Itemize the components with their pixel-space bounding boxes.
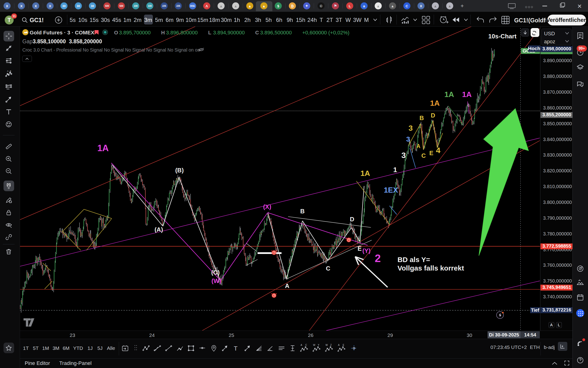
svg-text:3: 3 [406, 135, 410, 143]
svg-text:L: L [208, 30, 211, 36]
svg-text:E: E [358, 245, 361, 252]
svg-text:+0,600000 (+0,02%): +0,600000 (+0,02%) [302, 30, 350, 36]
svg-text:(B): (B) [175, 167, 184, 174]
svg-text:3.855,200000: 3.855,200000 [542, 112, 571, 117]
svg-text:3.896,500000: 3.896,500000 [260, 30, 292, 36]
svg-text:3.731,872216: 3.731,872216 [542, 307, 571, 313]
svg-text:3.820,000000: 3.820,000000 [543, 168, 572, 173]
svg-text:10s-Chart: 10s-Chart [488, 33, 517, 40]
svg-text:3.760,000000: 3.760,000000 [543, 263, 572, 268]
svg-text:E: E [429, 149, 433, 156]
svg-text:3.740,000000: 3.740,000000 [543, 294, 572, 299]
svg-text:3.890,000000: 3.890,000000 [543, 58, 572, 63]
svg-text:1A: 1A [430, 99, 440, 107]
svg-text:C: C [305, 344, 307, 346]
svg-text:(Y): (Y) [362, 247, 371, 254]
svg-text:B: B [300, 208, 305, 215]
svg-text:3.745,949651: 3.745,949651 [542, 285, 571, 290]
svg-text:2: 2 [375, 252, 381, 264]
svg-text:(W): (W) [211, 277, 221, 285]
svg-text:3.860,000000: 3.860,000000 [543, 105, 572, 110]
svg-text:L: L [558, 323, 560, 327]
svg-text:3.750,000000: 3.750,000000 [543, 278, 572, 284]
svg-text:1EX: 1EX [384, 186, 398, 194]
svg-text:E: E [10, 70, 11, 72]
svg-text:D: D [431, 112, 435, 119]
svg-text:1A: 1A [462, 90, 472, 99]
svg-text:Gap: Gap [22, 38, 33, 45]
svg-text:(A): (A) [155, 226, 163, 233]
svg-text:3.780,000000: 3.780,000000 [543, 231, 572, 236]
svg-text:H: H [161, 30, 165, 36]
svg-text:USD: USD [544, 31, 555, 37]
svg-text:W: W [313, 344, 316, 346]
svg-text:3.858,200000: 3.858,200000 [69, 38, 102, 45]
svg-text:A: A [417, 143, 421, 149]
svg-text:3.850,000000: 3.850,000000 [543, 121, 572, 126]
svg-text:3: 3 [402, 151, 406, 160]
svg-text:3.772,598855: 3.772,598855 [542, 243, 571, 249]
svg-text:3.858,100000: 3.858,100000 [33, 38, 66, 45]
svg-text:3.800,000000: 3.800,000000 [543, 200, 572, 205]
svg-text:Z: Z [330, 344, 332, 346]
svg-text:3.790,000000: 3.790,000000 [543, 215, 572, 221]
svg-text:A: A [301, 344, 302, 346]
svg-text:O: O [114, 30, 118, 36]
svg-text:A: A [338, 344, 340, 346]
svg-text:A: A [550, 323, 553, 327]
svg-text:C: C [255, 30, 259, 36]
svg-text:C: C [421, 152, 426, 159]
svg-text:C: C [326, 265, 330, 272]
svg-text:1: 1 [393, 166, 397, 174]
svg-text:Vollgas falls korrekt: Vollgas falls korrekt [397, 264, 464, 272]
svg-text:3.896,800000: 3.896,800000 [166, 30, 198, 36]
svg-text:3.880,000000: 3.880,000000 [543, 74, 572, 79]
svg-text:3.898,000000: 3.898,000000 [542, 46, 571, 51]
svg-text:1A: 1A [360, 169, 370, 177]
svg-text:1A: 1A [97, 143, 109, 153]
svg-text:Y: Y [318, 344, 319, 346]
svg-text:3: 3 [409, 124, 413, 132]
svg-text:D: D [350, 216, 354, 223]
svg-text:3.870,000000: 3.870,000000 [543, 90, 572, 95]
svg-text:(X): (X) [263, 203, 272, 210]
svg-text:4: 4 [436, 146, 440, 155]
svg-text:Croc 3.0 Chart - Professional: Croc 3.0 Chart - Professional No Signal … [22, 47, 200, 53]
svg-text:3.895,700000: 3.895,700000 [119, 30, 151, 36]
svg-text:3.894,900000: 3.894,900000 [213, 30, 245, 36]
svg-text:A: A [7, 70, 9, 72]
svg-text:3.840,000000: 3.840,000000 [543, 137, 572, 142]
svg-text:A: A [285, 282, 290, 289]
svg-text:Gold Futures · 3 · COMEX: Gold Futures · 3 · COMEX [30, 30, 94, 36]
svg-text:(C): (C) [211, 269, 220, 276]
svg-text:apoz: apoz [544, 39, 555, 45]
svg-text:BD als Y=: BD als Y= [397, 256, 430, 263]
svg-text:3.830,000000: 3.830,000000 [543, 152, 572, 157]
svg-text:Tief: Tief [531, 307, 539, 313]
svg-text:Hoch: Hoch [528, 46, 541, 51]
svg-text:W: W [325, 344, 328, 346]
svg-text:E: E [343, 344, 344, 346]
svg-text:3.810,000000: 3.810,000000 [543, 184, 572, 189]
svg-text:1A: 1A [445, 90, 454, 99]
svg-text:B: B [420, 114, 424, 121]
